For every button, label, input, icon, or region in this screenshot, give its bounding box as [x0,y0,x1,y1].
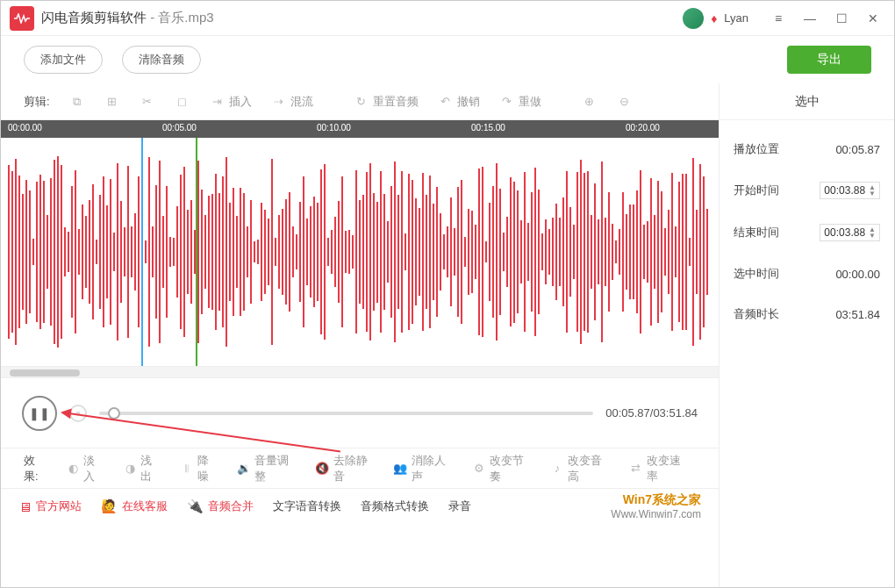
waveform-bar [527,223,529,282]
waveform-bar [75,170,76,333]
horizontal-scrollbar[interactable] [1,366,719,378]
waveform-bar [545,219,547,283]
undo-tool[interactable]: ↶撤销 [431,90,487,113]
add-file-button[interactable]: 添加文件 [24,46,103,74]
waveform-bar [405,233,406,271]
waveform-bar [591,215,592,288]
user-avatar[interactable] [683,8,704,29]
speed-icon: ⇄ [628,461,643,477]
maximize-button[interactable]: ☐ [829,6,854,31]
selection-marker[interactable] [196,138,197,366]
pitch-icon: ♪ [549,461,564,477]
undo-icon: ↶ [438,94,454,110]
waveform-bar [176,206,178,298]
tts-link[interactable]: 文字语音转换 [273,498,341,514]
convert-link[interactable]: 音频格式转换 [361,498,429,514]
zoom-in-tool[interactable]: ⊕ [575,90,605,113]
copy-tool[interactable]: ⧉ [62,90,92,113]
insert-tool[interactable]: ⇥插入 [203,90,259,113]
reset-audio-tool[interactable]: ↻重置音频 [347,90,426,113]
menu-button[interactable]: ≡ [766,6,791,31]
waveform-bar [292,226,294,277]
file-name: - 音乐.mp3 [150,10,214,25]
waveform-bar [85,216,87,288]
zoom-out-tool[interactable]: ⊖ [610,90,640,113]
close-button[interactable]: ✕ [861,6,885,31]
minimize-button[interactable]: ― [798,6,822,31]
official-site-link[interactable]: 🖥官方网站 [18,498,82,514]
fade-out-effect[interactable]: ◑浅出 [116,449,169,488]
waveform-bar [485,241,487,262]
waveform-bar [247,226,248,277]
waveform-bar [496,163,498,341]
zoom-out-icon: ⊖ [617,94,633,110]
clear-audio-button[interactable]: 清除音频 [122,46,201,74]
play-pause-button[interactable]: ❚❚ [22,396,57,431]
waveform-area[interactable] [1,138,719,366]
paste-tool[interactable]: ⊞ [97,90,127,113]
waveform-bar [682,174,684,331]
zoom-in-icon: ⊕ [582,94,598,110]
waveform-bar [162,216,164,287]
waveform-bar [475,225,476,279]
waveform-bar [57,156,59,348]
waveform-bar [566,171,568,333]
pitch-effect[interactable]: ♪改变音高 [542,449,617,488]
waveform-bar [419,208,420,295]
waveform-bar [412,180,413,325]
speed-effect[interactable]: ⇄改变速率 [621,449,696,488]
waveform-bar [110,179,111,326]
support-icon: 🙋 [101,498,118,514]
seek-slider[interactable] [99,412,593,415]
vocals-icon: 👥 [393,461,408,477]
denoise-effect[interactable]: ⦀降噪 [173,449,226,488]
waveform-bar [436,187,438,316]
username[interactable]: Lyan [724,11,748,25]
support-link[interactable]: 🙋在线客服 [101,498,168,514]
export-button[interactable]: 导出 [787,46,871,74]
waveform-bar [661,191,662,312]
scrollbar-thumb[interactable] [10,369,80,376]
crop-tool[interactable]: ◻ [168,90,197,113]
waveform-bar [447,226,448,278]
waveform-bar [145,240,147,263]
waveform-bar [47,215,48,289]
waveform-bar [278,215,280,288]
waveform-bar [282,209,283,296]
app-name: 闪电音频剪辑软件 [41,10,147,25]
playhead-marker[interactable] [141,138,143,366]
waveform-bar [685,174,687,329]
waveform-bar [173,238,175,267]
fade-in-effect[interactable]: ◐淡入 [59,449,112,488]
remove-silence-effect[interactable]: 🔇去除静音 [308,449,383,488]
volume-effect[interactable]: 🔉音量调整 [229,449,304,488]
seek-knob[interactable] [108,407,120,419]
ruler-mark: 00:05.00 [162,123,197,133]
waveform-bar [552,218,554,286]
spinner-icon[interactable]: ▲▼ [869,184,876,197]
spinner-icon[interactable]: ▲▼ [869,226,876,239]
waveform-bar [345,231,347,272]
waveform-bar [650,178,652,326]
waveform-bar [450,197,452,306]
tempo-effect[interactable]: ⚙改变节奏 [464,449,539,488]
timeline-ruler[interactable]: 00:00.00 00:05.00 00:10.00 00:15.00 00:2… [1,120,719,138]
waveform-bar [433,204,434,300]
end-time-input[interactable]: 00:03.88 ▲▼ [820,224,880,241]
audio-merge-link[interactable]: 🔌音频合并 [187,498,254,514]
redo-tool[interactable]: ↷重做 [492,90,548,113]
cut-tool[interactable]: ✂ [132,90,162,113]
waveform-bar [401,171,403,332]
waveform-bar [317,203,319,302]
waveform-bar [517,190,519,313]
waveform-bar [426,195,427,308]
start-time-input[interactable]: 00:03.88 ▲▼ [820,182,880,199]
playback-bar: ❚❚ ■ 00:05.87/03:51.84 [1,378,719,448]
waveform-bar [183,167,185,338]
mix-tool[interactable]: ⇢混流 [264,90,320,113]
remove-vocals-effect[interactable]: 👥消除人声 [386,449,461,488]
waveform-bar [643,225,645,279]
waveform-bar [408,174,410,331]
record-link[interactable]: 录音 [448,498,471,514]
waveform-bar [699,164,701,340]
